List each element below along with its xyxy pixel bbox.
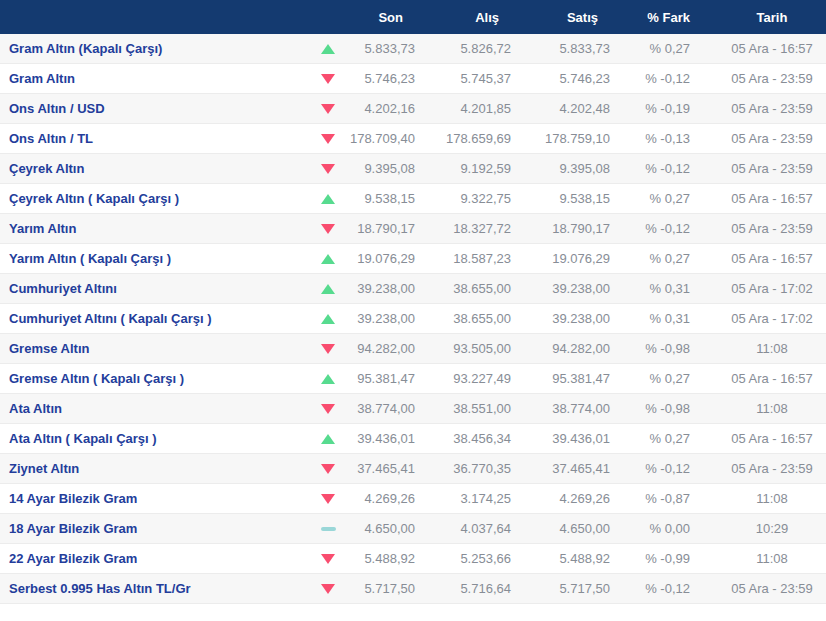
instrument-name-cell: 22 Ayar Bilezik Gram — [0, 551, 310, 566]
alis-value: 5.826,72 — [415, 41, 511, 56]
son-value: 4.269,26 — [346, 491, 415, 506]
son-value: 39.436,01 — [346, 431, 415, 446]
instrument-name-cell: Ons Altın / USD — [0, 101, 310, 116]
down-arrow-icon — [321, 74, 335, 84]
alis-value: 38.655,00 — [415, 281, 511, 296]
satis-value: 4.202,48 — [511, 101, 610, 116]
table-row: Ata Altın 38.774,00 38.551,00 38.774,00 … — [0, 394, 826, 424]
fark-value: % -0,87 — [610, 491, 692, 506]
son-value: 38.774,00 — [346, 401, 415, 416]
table-row: Gremse Altın ( Kapalı Çarşı ) 95.381,47 … — [0, 364, 826, 394]
instrument-name-cell: Gram Altın — [0, 71, 310, 86]
trend-cell — [310, 224, 346, 234]
alis-value: 5.253,66 — [415, 551, 511, 566]
table-row: 22 Ayar Bilezik Gram 5.488,92 5.253,66 5… — [0, 544, 826, 574]
son-value: 178.709,40 — [346, 131, 415, 146]
no-change-dash-icon — [321, 527, 336, 531]
fark-value: % -0,12 — [610, 71, 692, 86]
up-arrow-icon — [321, 434, 335, 444]
trend-cell — [310, 44, 346, 54]
instrument-link[interactable]: Yarım Altın ( Kapalı Çarşı ) — [9, 251, 171, 266]
fark-value: % -0,12 — [610, 221, 692, 236]
instrument-name-cell: Gremse Altın ( Kapalı Çarşı ) — [0, 371, 310, 386]
table-row: Yarım Altın ( Kapalı Çarşı ) 19.076,29 1… — [0, 244, 826, 274]
alis-value: 18.327,72 — [415, 221, 511, 236]
alis-value: 9.322,75 — [415, 191, 511, 206]
trend-cell — [310, 74, 346, 84]
satis-value: 5.833,73 — [511, 41, 610, 56]
instrument-name-cell: Cumhuriyet Altını ( Kapalı Çarşı ) — [0, 311, 310, 326]
table-row: Ata Altın ( Kapalı Çarşı ) 39.436,01 38.… — [0, 424, 826, 454]
down-arrow-icon — [321, 464, 335, 474]
instrument-link[interactable]: Cumhuriyet Altını ( Kapalı Çarşı ) — [9, 311, 212, 326]
instrument-link[interactable]: Ata Altın — [9, 401, 62, 416]
fark-value: % 0,27 — [610, 251, 692, 266]
trend-cell — [310, 194, 346, 204]
son-value: 5.746,23 — [346, 71, 415, 86]
down-arrow-icon — [321, 554, 335, 564]
instrument-link[interactable]: Gram Altın (Kapalı Çarşı) — [9, 41, 162, 56]
tarih-value: 05 Ara - 23:59 — [692, 581, 826, 596]
trend-cell — [310, 314, 346, 324]
instrument-name-cell: 18 Ayar Bilezik Gram — [0, 521, 310, 536]
instrument-name-cell: Yarım Altın ( Kapalı Çarşı ) — [0, 251, 310, 266]
table-row: Gremse Altın 94.282,00 93.505,00 94.282,… — [0, 334, 826, 364]
trend-cell — [310, 104, 346, 114]
gold-prices-table: Son Alış Satış % Fark Tarih Gram Altın (… — [0, 0, 826, 621]
trend-cell — [310, 374, 346, 384]
instrument-name-cell: Serbest 0.995 Has Altın TL/Gr — [0, 581, 310, 596]
table-row: 18 Ayar Bilezik Gram 4.650,00 4.037,64 4… — [0, 514, 826, 544]
instrument-link[interactable]: Gram Altın — [9, 71, 75, 86]
fark-value: % -0,98 — [610, 341, 692, 356]
instrument-link[interactable]: 18 Ayar Bilezik Gram — [9, 521, 137, 536]
up-arrow-icon — [321, 194, 335, 204]
instrument-link[interactable]: Ons Altın / TL — [9, 131, 93, 146]
instrument-link[interactable]: Çeyrek Altın ( Kapalı Çarşı ) — [9, 191, 179, 206]
instrument-link[interactable]: Yarım Altın — [9, 221, 76, 236]
alis-value: 5.716,64 — [415, 581, 511, 596]
fark-value: % 0,27 — [610, 41, 692, 56]
table-row: 14 Ayar Bilezik Gram 4.269,26 3.174,25 4… — [0, 484, 826, 514]
trend-cell — [310, 494, 346, 504]
son-value: 95.381,47 — [346, 371, 415, 386]
tarih-value: 05 Ara - 23:59 — [692, 461, 826, 476]
instrument-link[interactable]: Ons Altın / USD — [9, 101, 105, 116]
instrument-link[interactable]: Ata Altın ( Kapalı Çarşı ) — [9, 431, 157, 446]
tarih-value: 05 Ara - 16:57 — [692, 371, 826, 386]
instrument-link[interactable]: 22 Ayar Bilezik Gram — [9, 551, 137, 566]
instrument-name-cell: Ons Altın / TL — [0, 131, 310, 146]
instrument-link[interactable]: 14 Ayar Bilezik Gram — [9, 491, 137, 506]
alis-value: 38.456,34 — [415, 431, 511, 446]
alis-value: 93.227,49 — [415, 371, 511, 386]
down-arrow-icon — [321, 164, 335, 174]
trend-cell — [310, 284, 346, 294]
instrument-link[interactable]: Cumhuriyet Altını — [9, 281, 117, 296]
instrument-link[interactable]: Gremse Altın — [9, 341, 89, 356]
down-arrow-icon — [321, 224, 335, 234]
up-arrow-icon — [321, 284, 335, 294]
instrument-name-cell: Cumhuriyet Altını — [0, 281, 310, 296]
column-header-alis: Alış — [415, 10, 511, 25]
satis-value: 178.759,10 — [511, 131, 610, 146]
instrument-link[interactable]: Ziynet Altın — [9, 461, 79, 476]
down-arrow-icon — [321, 344, 335, 354]
trend-cell — [310, 434, 346, 444]
fark-value: % 0,27 — [610, 191, 692, 206]
table-row: Cumhuriyet Altını 39.238,00 38.655,00 39… — [0, 274, 826, 304]
satis-value: 94.282,00 — [511, 341, 610, 356]
column-header-fark: % Fark — [610, 10, 692, 25]
satis-value: 37.465,41 — [511, 461, 610, 476]
instrument-link[interactable]: Gremse Altın ( Kapalı Çarşı ) — [9, 371, 184, 386]
fark-value: % 0,27 — [610, 431, 692, 446]
table-row: Gram Altın 5.746,23 5.745,37 5.746,23 % … — [0, 64, 826, 94]
fark-value: % 0,31 — [610, 311, 692, 326]
column-header-tarih: Tarih — [692, 10, 826, 25]
trend-cell — [310, 254, 346, 264]
instrument-link[interactable]: Serbest 0.995 Has Altın TL/Gr — [9, 581, 191, 596]
tarih-value: 05 Ara - 17:02 — [692, 281, 826, 296]
up-arrow-icon — [321, 44, 335, 54]
son-value: 9.395,08 — [346, 161, 415, 176]
son-value: 19.076,29 — [346, 251, 415, 266]
table-row: Ons Altın / TL 178.709,40 178.659,69 178… — [0, 124, 826, 154]
instrument-link[interactable]: Çeyrek Altın — [9, 161, 84, 176]
